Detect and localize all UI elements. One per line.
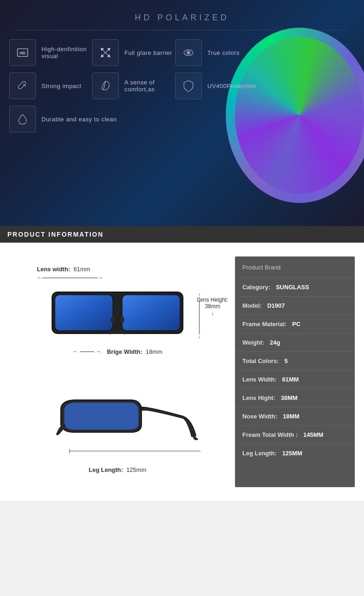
lens-width-label: Lens width: 61mm bbox=[37, 266, 90, 273]
spec-brand-row: Product Brand bbox=[235, 256, 355, 278]
model-label: Model: bbox=[242, 302, 262, 309]
spec-lens-height: Lens Hight: 38MM bbox=[235, 389, 355, 407]
hd-icon-box: HD bbox=[9, 39, 36, 66]
drop-icon bbox=[16, 113, 29, 125]
glare-icon-box bbox=[92, 39, 119, 66]
section-title: PRODUCT INFORMATION bbox=[0, 226, 364, 243]
front-view-container: Lens Height: 38mm ↕ ↑ ↓ bbox=[48, 283, 187, 345]
category-label: Category: bbox=[242, 284, 270, 291]
cross-arrows-icon bbox=[99, 46, 112, 59]
leg-length-spec-value: 125MM bbox=[282, 450, 302, 457]
impact-label: Strong impact bbox=[41, 83, 82, 89]
svg-point-18 bbox=[120, 316, 124, 323]
weight-label: Weight: bbox=[242, 339, 264, 346]
feature-durable: Durable and easy to clean bbox=[9, 106, 124, 132]
spec-leg-length: Leg Length: 125MM bbox=[235, 444, 355, 462]
glare-label: Full glare barrier bbox=[124, 49, 172, 56]
hd-label: High-denfinition visual bbox=[41, 46, 92, 60]
frame-value: PC bbox=[292, 321, 300, 328]
lens-hight-label: Lens Hight: bbox=[242, 394, 276, 401]
leaf-icon bbox=[99, 79, 112, 92]
leaf-icon-box bbox=[92, 72, 119, 99]
feature-hd-visual: HD High-denfinition visual bbox=[9, 39, 92, 66]
svg-rect-14 bbox=[55, 295, 113, 331]
feature-row-1: HD High-denfinition visual Full bbox=[9, 39, 258, 66]
banner-title: HD POLARIZED bbox=[0, 0, 364, 23]
lens-width-arrow: ← → bbox=[37, 274, 103, 281]
feature-row-3: Durable and easy to clean bbox=[9, 106, 258, 132]
product-info-section: PRODUCT INFORMATION Lens width: 61mm ← → bbox=[0, 226, 364, 501]
colors-label: Total Colors: bbox=[242, 358, 279, 364]
colors-label: True colors bbox=[207, 49, 240, 56]
feature-row-2: Strong impact A sense of comfort,as bbox=[9, 72, 258, 99]
diagrams-col: Lens width: 61mm ← → bbox=[9, 256, 226, 487]
colors-value: 5 bbox=[284, 358, 288, 364]
feature-comfort: A sense of comfort,as bbox=[92, 72, 175, 99]
spec-model: Model: D1907 bbox=[235, 297, 355, 315]
spec-weight: Weight: 24g bbox=[235, 334, 355, 352]
spec-lens-width: Lens Width: 61MM bbox=[235, 370, 355, 389]
brand-label: Product Brand bbox=[242, 264, 281, 271]
weight-value: 24g bbox=[270, 339, 280, 346]
eye-icon-box bbox=[175, 39, 202, 66]
side-diagram: Leg Length: 125mm bbox=[9, 379, 226, 487]
shield-icon-box bbox=[175, 72, 202, 99]
nose-width-value: 18MM bbox=[283, 413, 299, 420]
height-arrow: ↑ ↓ bbox=[198, 292, 200, 339]
shield-icon bbox=[182, 79, 195, 92]
product-info-body: Lens width: 61mm ← → bbox=[0, 243, 364, 501]
wrench-icon bbox=[16, 79, 29, 92]
svg-rect-16 bbox=[113, 308, 122, 315]
category-value: SUNGLASS bbox=[276, 284, 309, 291]
eye-icon bbox=[182, 46, 195, 59]
wrench-icon-box bbox=[9, 72, 36, 99]
side-view-svg bbox=[35, 383, 200, 466]
leg-length-spec-label: Leg Length: bbox=[242, 450, 276, 457]
uv400-label: UV400Protection bbox=[207, 83, 256, 89]
lens-width-spec-label: Lens Width: bbox=[242, 376, 276, 383]
feature-uv400: UV400Protection bbox=[175, 72, 258, 99]
frame-label: Frame Material: bbox=[242, 321, 287, 328]
durable-label: Durable and easy to clean bbox=[41, 116, 117, 123]
leg-length-container: Leg Length: 125mm bbox=[89, 466, 147, 473]
bridge-width-container: ← → Brige Width: 18mm bbox=[73, 347, 163, 356]
specs-col: Product Brand Category: SUNGLASS Model: … bbox=[235, 256, 355, 487]
hd-icon: HD bbox=[16, 46, 29, 59]
frame-total-value: 145MM bbox=[303, 431, 323, 438]
frame-total-label: Fream Total Width : bbox=[242, 431, 298, 438]
svg-point-10 bbox=[188, 52, 189, 54]
nose-width-label: Nose Width: bbox=[242, 413, 277, 420]
svg-rect-15 bbox=[122, 295, 180, 331]
leg-length-label: Leg Length: 125mm bbox=[89, 466, 147, 473]
feature-glare: Full glare barrier bbox=[92, 39, 175, 66]
front-diagram: Lens width: 61mm ← → bbox=[9, 256, 226, 370]
features-grid: HD High-denfinition visual Full bbox=[9, 39, 258, 139]
svg-point-17 bbox=[111, 316, 115, 323]
front-view-svg bbox=[48, 283, 187, 343]
spec-frame-total: Fream Total Width : 145MM bbox=[235, 426, 355, 444]
spec-total-colors: Total Colors: 5 bbox=[235, 352, 355, 370]
drop-icon-box bbox=[9, 106, 36, 132]
top-banner: HD POLARIZED HD High-denfinition visual bbox=[0, 0, 364, 226]
comfort-label: A sense of comfort,as bbox=[124, 79, 175, 93]
spec-category: Category: SUNGLASS bbox=[235, 278, 355, 297]
model-value: D1907 bbox=[267, 302, 285, 309]
svg-text:HD: HD bbox=[19, 51, 26, 55]
lens-height-label: Lens Height: 38mm ↕ bbox=[197, 297, 228, 316]
feature-impact: Strong impact bbox=[9, 72, 92, 99]
spec-nose-width: Nose Width: 18MM bbox=[235, 407, 355, 426]
feature-colors: True colors bbox=[175, 39, 258, 66]
lens-width-spec-value: 61MM bbox=[282, 376, 299, 383]
spec-frame-material: Frame Material: PC bbox=[235, 315, 355, 334]
bridge-width-label: Brige Width: 18mm bbox=[107, 348, 163, 355]
lens-hight-value: 38MM bbox=[281, 394, 298, 401]
